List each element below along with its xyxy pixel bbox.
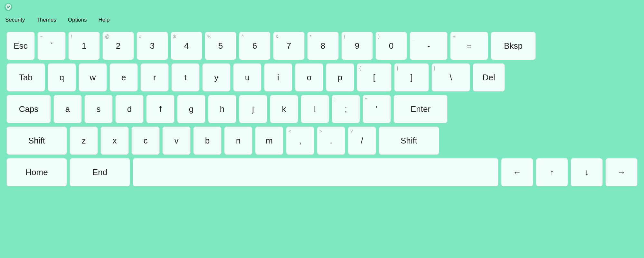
key-main-label: c <box>144 136 148 146</box>
key-main-label: Esc <box>14 41 27 51</box>
key-Tab[interactable]: Tab <box>6 63 45 92</box>
key-Bksp[interactable]: Bksp <box>491 32 536 60</box>
key-row-4: HomeEnd←↑↓→ <box>6 158 638 186</box>
key-↓[interactable]: ↓ <box>571 158 603 186</box>
menu-themes[interactable]: Themes <box>34 16 58 24</box>
key-Del[interactable]: Del <box>473 63 505 92</box>
key-main-label: 8 <box>321 41 325 51</box>
key-7[interactable]: &7 <box>273 32 305 60</box>
key-.[interactable]: >. <box>317 126 345 155</box>
key-'[interactable]: "' <box>363 95 391 123</box>
key-secondary-label: ~ <box>40 34 43 39</box>
key-o[interactable]: o <box>295 63 323 92</box>
key-↑[interactable]: ↑ <box>536 158 568 186</box>
key-main-label: o <box>307 73 311 83</box>
menu-options[interactable]: Options <box>66 16 89 24</box>
key-9[interactable]: (9 <box>341 32 373 60</box>
key--[interactable]: _- <box>410 32 448 60</box>
key-main-label: v <box>175 136 179 146</box>
key-Home[interactable]: Home <box>6 158 67 186</box>
key-s[interactable]: s <box>84 95 113 123</box>
key-main-label: ↑ <box>550 167 554 177</box>
key-][interactable]: }] <box>394 63 429 92</box>
key-3[interactable]: #3 <box>137 32 168 60</box>
key-a[interactable]: a <box>53 95 82 123</box>
key-main-label: Caps <box>19 104 39 114</box>
key-secondary-label: { <box>359 65 361 71</box>
key-main-label: \ <box>450 73 452 83</box>
key-l[interactable]: l <box>301 95 329 123</box>
key-main-label: 1 <box>82 41 86 51</box>
key-/[interactable]: ?/ <box>348 126 376 155</box>
key-main-label: . <box>330 136 332 146</box>
menu-help[interactable]: Help <box>96 16 111 24</box>
minimize-button[interactable] <box>627 6 630 8</box>
key-c[interactable]: c <box>131 126 160 155</box>
key-t[interactable]: t <box>171 63 200 92</box>
key-row-2: Capsasdfghjkl:;"'Enter <box>6 95 638 123</box>
key-8[interactable]: *8 <box>307 32 339 60</box>
key-g[interactable]: g <box>177 95 205 123</box>
key-row-1: Tabqwertyuiop{[}]|\Del <box>6 63 638 92</box>
key-5[interactable]: %5 <box>205 32 236 60</box>
key-q[interactable]: q <box>48 63 76 92</box>
key-x[interactable]: x <box>100 126 129 155</box>
key-,[interactable]: <, <box>286 126 314 155</box>
key-main-label: ↓ <box>585 167 589 177</box>
key-space[interactable] <box>133 158 498 186</box>
key-main-label: End <box>92 167 107 177</box>
key-[[interactable]: {[ <box>357 63 392 92</box>
key-\[interactable]: |\ <box>431 63 470 92</box>
key-;[interactable]: :; <box>332 95 360 123</box>
key-n[interactable]: n <box>224 126 252 155</box>
key-main-label: Home <box>25 167 48 177</box>
key-main-label: ← <box>513 167 521 177</box>
key-b[interactable]: b <box>193 126 222 155</box>
key-j[interactable]: j <box>239 95 267 123</box>
key-main-label: r <box>153 73 156 83</box>
key-secondary-label: ( <box>344 34 346 39</box>
key-`[interactable]: ~` <box>37 32 66 60</box>
key-main-label: a <box>65 104 70 114</box>
key-z[interactable]: z <box>70 126 98 155</box>
key-d[interactable]: d <box>115 95 144 123</box>
key-f[interactable]: f <box>146 95 175 123</box>
key-=[interactable]: += <box>450 32 488 60</box>
menu-bar: Security Themes Options Help <box>0 14 644 27</box>
key-p[interactable]: p <box>326 63 354 92</box>
key-u[interactable]: u <box>233 63 261 92</box>
key-main-label: q <box>60 73 64 83</box>
key-k[interactable]: k <box>270 95 298 123</box>
key-m[interactable]: m <box>255 126 283 155</box>
key-e[interactable]: e <box>109 63 138 92</box>
key-secondary-label: " <box>365 97 367 102</box>
title-bar <box>0 0 644 14</box>
key-Esc[interactable]: Esc <box>6 32 35 60</box>
key-←[interactable]: ← <box>501 158 533 186</box>
key-Caps[interactable]: Caps <box>6 95 51 123</box>
key-2[interactable]: @2 <box>102 32 134 60</box>
key-main-label: 3 <box>150 41 155 51</box>
key-Enter[interactable]: Enter <box>393 95 448 123</box>
key-6[interactable]: ^6 <box>239 32 270 60</box>
key-main-label: Tab <box>19 73 33 83</box>
key-y[interactable]: y <box>202 63 231 92</box>
key-i[interactable]: i <box>264 63 292 92</box>
key-→[interactable]: → <box>605 158 638 186</box>
key-w[interactable]: w <box>79 63 107 92</box>
menu-security[interactable]: Security <box>3 16 27 24</box>
key-1[interactable]: !1 <box>68 32 100 60</box>
key-Shift[interactable]: Shift <box>6 126 67 155</box>
key-secondary-label: _ <box>412 34 415 39</box>
key-main-label: Shift <box>28 136 45 146</box>
key-h[interactable]: h <box>208 95 236 123</box>
close-button[interactable] <box>636 6 640 8</box>
key-v[interactable]: v <box>162 126 191 155</box>
key-4[interactable]: $4 <box>171 32 202 60</box>
key-End[interactable]: End <box>70 158 130 186</box>
key-main-label: ; <box>345 104 347 114</box>
key-0[interactable]: )0 <box>375 32 407 60</box>
key-Shift[interactable]: Shift <box>379 126 439 155</box>
key-row-0: Esc~`!1@2#3$4%5^6&7*8(9)0_-+=Bksp <box>6 32 638 60</box>
key-r[interactable]: r <box>140 63 169 92</box>
